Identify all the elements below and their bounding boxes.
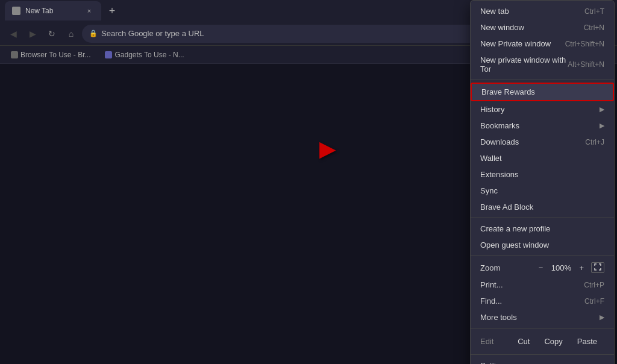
tab-title: New Tab	[25, 7, 80, 15]
menu-label-more-tools: More tools	[480, 313, 517, 322]
home-icon: ⌂	[69, 29, 74, 39]
menu-item-settings[interactable]: Settings	[471, 357, 614, 364]
menu-item-downloads[interactable]: Downloads Ctrl+J	[471, 134, 614, 150]
menu-label-bookmarks: Bookmarks	[480, 121, 519, 130]
menu-item-brave-rewards[interactable]: Brave Rewards	[471, 83, 614, 101]
menu-label-settings: Settings	[480, 361, 509, 364]
red-arrow-indicator: ▶	[319, 136, 336, 162]
home-button[interactable]: ⌂	[63, 25, 80, 42]
edit-label: Edit	[480, 337, 510, 346]
menu-item-guest-window[interactable]: Open guest window	[471, 237, 614, 253]
menu-item-history[interactable]: History ▶	[471, 101, 614, 118]
menu-item-find[interactable]: Find... Ctrl+F	[471, 293, 614, 309]
back-button[interactable]: ◀	[5, 25, 22, 42]
shortcut-new-tab: Ctrl+T	[584, 7, 604, 16]
address-bar[interactable]: 🔒 Search Google or type a URL	[82, 25, 496, 43]
fullscreen-button[interactable]	[591, 262, 604, 273]
menu-item-wallet[interactable]: Wallet	[471, 150, 614, 166]
bookmark-favicon-2	[105, 51, 112, 58]
menu-label-new-private: New Private window	[480, 39, 551, 48]
menu-label-new-tab: New tab	[480, 7, 509, 16]
history-arrow-icon: ▶	[600, 105, 604, 113]
menu-item-bookmarks[interactable]: Bookmarks ▶	[471, 118, 614, 134]
menu-label-history: History	[480, 105, 504, 114]
menu-label-new-tor: New private window with Tor	[480, 55, 568, 74]
divider-3	[471, 256, 614, 256]
menu-label-find: Find...	[480, 297, 502, 306]
security-icon: 🔒	[89, 30, 98, 37]
menu-item-zoom: Zoom − 100% +	[471, 259, 614, 277]
shortcut-new-window: Ctrl+N	[584, 24, 604, 32]
divider-4	[471, 328, 614, 328]
menu-label-guest-window: Open guest window	[480, 240, 549, 249]
menu-item-extensions[interactable]: Extensions	[471, 166, 614, 183]
address-text: Search Google or type a URL	[101, 29, 204, 38]
copy-button[interactable]: Copy	[537, 334, 569, 348]
tab-favicon	[12, 7, 20, 15]
menu-item-new-private[interactable]: New Private window Ctrl+Shift+N	[471, 36, 614, 52]
cut-button[interactable]: Cut	[510, 334, 537, 348]
menu-item-create-profile[interactable]: Create a new profile	[471, 221, 614, 237]
paste-button[interactable]: Paste	[570, 334, 604, 348]
zoom-minus-button[interactable]: −	[536, 263, 546, 272]
bookmark-favicon-1	[11, 51, 18, 58]
forward-icon: ▶	[30, 29, 36, 39]
shortcut-print: Ctrl+P	[584, 281, 604, 289]
divider-2	[471, 218, 614, 218]
new-tab-button[interactable]: +	[104, 2, 121, 19]
shortcut-new-private: Ctrl+Shift+N	[565, 40, 604, 48]
menu-label-downloads: Downloads	[480, 137, 519, 146]
menu-item-more-tools[interactable]: More tools ▶	[471, 309, 614, 325]
bookmark-item-2[interactable]: Gadgets To Use - N...	[101, 49, 187, 60]
menu-item-ad-block[interactable]: Brave Ad Block	[471, 199, 614, 215]
menu-label-wallet: Wallet	[480, 154, 502, 163]
reload-button[interactable]: ↻	[43, 25, 60, 42]
close-tab-button[interactable]: ×	[84, 6, 94, 16]
context-menu: New tab Ctrl+T New window Ctrl+N New Pri…	[470, 0, 615, 364]
menu-item-new-tor[interactable]: New private window with Tor Alt+Shift+N	[471, 52, 614, 77]
menu-item-new-window[interactable]: New window Ctrl+N	[471, 19, 614, 36]
shortcut-new-tor: Alt+Shift+N	[568, 60, 604, 69]
bookmark-item-1[interactable]: Browser To Use - Br...	[7, 49, 94, 60]
menu-label-print: Print...	[480, 280, 503, 289]
forward-button[interactable]: ▶	[24, 25, 41, 42]
bookmarks-arrow-icon: ▶	[600, 122, 604, 130]
menu-label-brave-rewards: Brave Rewards	[481, 87, 535, 96]
more-tools-arrow-icon: ▶	[600, 313, 604, 321]
shortcut-find: Ctrl+F	[584, 297, 604, 306]
menu-label-sync: Sync	[480, 186, 498, 195]
browser-tab[interactable]: New Tab ×	[5, 1, 101, 20]
menu-label-create-profile: Create a new profile	[480, 224, 550, 233]
divider-5	[471, 354, 614, 355]
edit-row: Edit Cut Copy Paste	[471, 331, 614, 352]
menu-label-extensions: Extensions	[480, 170, 519, 179]
menu-item-sync[interactable]: Sync	[471, 183, 614, 199]
zoom-plus-button[interactable]: +	[577, 263, 586, 272]
zoom-label: Zoom	[480, 263, 500, 272]
divider-1	[471, 80, 614, 80]
bookmark-label-1: Browser To Use - Br...	[20, 51, 90, 59]
menu-label-ad-block: Brave Ad Block	[480, 202, 533, 212]
zoom-value: 100%	[550, 263, 572, 272]
zoom-controls: − 100% +	[536, 262, 604, 273]
main-content: ▶ New tab Ctrl+T New window Ctrl+N New P…	[0, 64, 617, 364]
menu-item-new-tab[interactable]: New tab Ctrl+T	[471, 3, 614, 19]
menu-label-new-window: New window	[480, 23, 524, 32]
bookmark-label-2: Gadgets To Use - N...	[114, 51, 184, 59]
menu-item-print[interactable]: Print... Ctrl+P	[471, 277, 614, 293]
shortcut-downloads: Ctrl+J	[585, 138, 604, 146]
back-icon: ◀	[10, 29, 17, 39]
reload-icon: ↻	[48, 29, 55, 39]
